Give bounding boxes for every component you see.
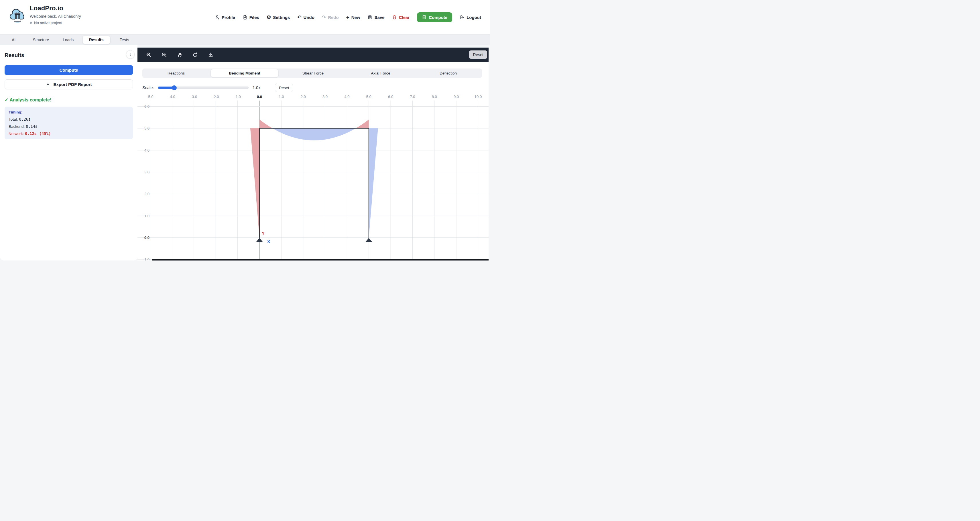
main-tab-bar: AI Structure Loads Results Tests (0, 34, 490, 45)
x-tick-label: 3.0 (323, 94, 328, 99)
beam-right-hogging-fill (356, 119, 369, 128)
chevron-left-icon (129, 53, 132, 56)
profile-icon (215, 15, 220, 20)
pin-support (366, 238, 372, 242)
scale-label: Scale: (142, 85, 158, 90)
undo-button[interactable]: ↶ Undo (297, 15, 315, 20)
tab-structure[interactable]: Structure (27, 35, 54, 45)
clear-button[interactable]: Clear (392, 15, 410, 20)
main-tab-group: AI Structure Loads Results Tests (0, 35, 138, 45)
toolbar-reset-button[interactable]: Reset (469, 51, 487, 59)
timing-network-percent: (45%) (39, 131, 51, 136)
tab-ai[interactable]: AI (0, 35, 27, 45)
bottom-cutoff-strip (152, 259, 488, 260)
x-tick-label: 4.0 (344, 94, 349, 99)
settings-label: Settings (273, 15, 290, 20)
app-name: LoadPro.io (30, 5, 81, 12)
beam-sagging-fill (273, 128, 356, 140)
y-tick-label: 3.0 (144, 170, 150, 174)
chart-tab-shear-force[interactable]: Shear Force (279, 69, 347, 78)
download-plot-button[interactable] (205, 50, 215, 60)
top-nav: Profile Files ⚙ Settings ↶ Undo ↷ Redo (215, 0, 481, 34)
timing-box: Timing: Total:0.26s Backend:0.14s Networ… (5, 107, 133, 139)
logout-button[interactable]: Logout (460, 15, 481, 20)
export-pdf-button[interactable]: Export PDF Report (5, 80, 133, 89)
plus-icon: + (346, 14, 349, 20)
profile-label: Profile (222, 15, 235, 20)
files-label: Files (250, 15, 259, 20)
right-column-moment-fill (369, 128, 378, 238)
plot-toolbar: Reset (137, 48, 488, 62)
zoom-in-button[interactable] (144, 50, 153, 60)
x-axis-label: X (267, 239, 270, 244)
profile-button[interactable]: Profile (215, 15, 235, 20)
gear-icon: ⚙ (267, 15, 271, 20)
frame-outline (259, 128, 369, 238)
compute-button-panel[interactable]: Compute (5, 65, 133, 75)
pin-support (256, 238, 263, 242)
panel-title: Results (5, 52, 133, 59)
save-button[interactable]: Save (368, 15, 385, 20)
y-tick-label: 0.0 (144, 236, 150, 240)
reset-view-button[interactable] (190, 50, 200, 60)
x-tick-label: 5.0 (366, 94, 371, 99)
chart-tab-axial-force[interactable]: Axial Force (347, 69, 414, 78)
settings-button[interactable]: ⚙ Settings (267, 15, 290, 20)
scale-reset-button[interactable]: Reset (275, 84, 293, 92)
y-tick-label: 2.0 (144, 192, 150, 196)
y-tick-label: 6.0 (144, 104, 150, 108)
x-tick-label: 1.0 (278, 94, 284, 99)
x-tick-label: 7.0 (410, 94, 415, 99)
collapse-panel-button[interactable] (126, 50, 135, 59)
undo-icon: ↶ (297, 15, 301, 20)
timing-network-label: Network: (9, 132, 24, 136)
files-button[interactable]: Files (243, 15, 259, 20)
chart-column: Reset Reactions Bending Moment Shear For… (137, 45, 488, 260)
tab-results[interactable]: Results (83, 35, 110, 44)
compute-button-header[interactable]: Compute (417, 12, 452, 22)
export-pdf-label: Export PDF Report (53, 82, 92, 87)
y-tick-label: 5.0 (144, 126, 150, 131)
scale-value: 1.0x (253, 85, 262, 90)
app-header: LoadPro.io Welcome back, Ali Chaudhry No… (0, 0, 490, 34)
chart-tab-reactions[interactable]: Reactions (142, 69, 210, 78)
timing-total-value: 0.26s (19, 117, 31, 121)
app-logo-icon (9, 7, 26, 25)
title-block: LoadPro.io Welcome back, Ali Chaudhry No… (30, 5, 81, 25)
scale-slider[interactable] (158, 86, 248, 89)
x-tick-label: -4.0 (169, 94, 175, 99)
zoom-out-button[interactable] (159, 50, 169, 60)
left-column-moment-fill (250, 128, 259, 238)
project-status-dot-icon (30, 22, 32, 24)
pan-button[interactable] (175, 50, 185, 60)
scale-slider-thumb[interactable] (172, 85, 177, 90)
y-axis-label: Y (262, 231, 265, 236)
x-tick-label: 9.0 (453, 94, 459, 99)
timing-backend-value: 0.14s (26, 124, 38, 129)
file-icon (243, 15, 247, 20)
tab-loads[interactable]: Loads (54, 35, 82, 45)
project-status-text: No active project (34, 21, 62, 25)
new-button[interactable]: + New (346, 14, 360, 20)
check-icon: ✓ (5, 97, 8, 103)
logout-icon (460, 15, 465, 20)
project-status-row: No active project (30, 21, 81, 25)
x-tick-label: 0.0 (257, 94, 262, 99)
analysis-status: ✓ Analysis complete! (5, 97, 133, 103)
chart-tab-deflection[interactable]: Deflection (414, 69, 482, 78)
timing-backend-row: Backend:0.14s (9, 124, 129, 129)
tab-tests[interactable]: Tests (111, 35, 138, 45)
clear-label: Clear (399, 15, 410, 20)
welcome-message: Welcome back, Ali Chaudhry (30, 14, 81, 19)
timing-total-row: Total:0.26s (9, 117, 129, 121)
trash-icon (392, 15, 397, 20)
chart-tab-bending-moment[interactable]: Bending Moment (211, 69, 278, 77)
scale-row: Scale: 1.0x Reset (142, 83, 293, 92)
redo-icon: ↷ (322, 15, 326, 20)
logout-label: Logout (466, 15, 481, 20)
timing-total-label: Total: (9, 117, 18, 121)
beam-left-hogging-fill (259, 119, 273, 128)
timing-network-value: 0.12s (25, 131, 37, 136)
hand-pan-icon (177, 52, 183, 57)
redo-button[interactable]: ↷ Redo (322, 15, 339, 20)
